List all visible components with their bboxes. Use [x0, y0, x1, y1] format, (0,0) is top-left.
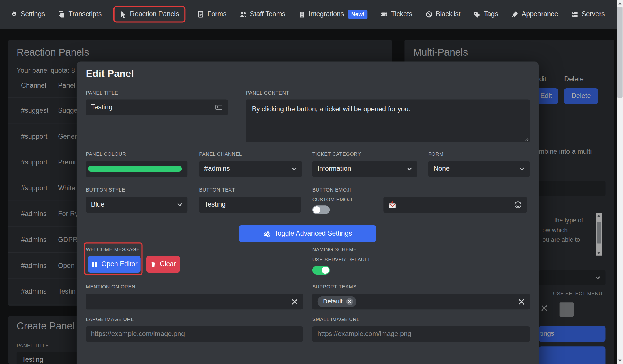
support-teams-label: SUPPORT TEAMS: [312, 284, 357, 290]
form-value: None: [434, 165, 450, 173]
nav-settings-label: Settings: [21, 10, 45, 18]
nav-integrations[interactable]: Integrations New!: [299, 10, 368, 19]
nav-reaction-panels-label: Reaction Panels: [130, 10, 179, 18]
panel-content-value: By clicking the button, a ticket will be…: [252, 105, 410, 113]
chevron-down-icon: [177, 203, 182, 206]
scroll-down-button[interactable]: [617, 358, 623, 364]
chevron-down-icon: [292, 167, 297, 170]
clear-welcome-button[interactable]: Clear: [146, 256, 180, 273]
nav-integrations-label: Integrations: [309, 10, 344, 18]
resize-handle[interactable]: [524, 137, 529, 142]
trash-icon: [150, 261, 156, 267]
use-server-default-toggle[interactable]: [312, 266, 330, 275]
panel-content-textarea[interactable]: By clicking the button, a ticket will be…: [246, 99, 530, 142]
mention-on-open-field[interactable]: [86, 294, 303, 309]
nav-blacklist-label: Blacklist: [436, 10, 461, 18]
panel-colour-field[interactable]: [86, 161, 188, 177]
modal-title: Edit Panel: [86, 68, 134, 80]
button-style-label: BUTTON STYLE: [86, 187, 125, 193]
transcripts-icon: [58, 11, 65, 18]
open-editor-button[interactable]: Open Editor: [88, 256, 140, 273]
ticket-category-select[interactable]: Information: [312, 161, 417, 177]
nav-tags[interactable]: Tags: [474, 10, 498, 18]
nav-forms-label: Forms: [207, 10, 226, 18]
form-select[interactable]: None: [428, 161, 530, 177]
form-label: FORM: [428, 151, 444, 157]
users-icon: [240, 11, 247, 18]
toggle-advanced-settings-label: Toggle Advanced Settings: [274, 230, 352, 238]
tag-icon: [474, 11, 481, 18]
panel-channel-select[interactable]: #admins: [199, 161, 302, 177]
cursor-icon: [120, 11, 127, 18]
chevron-down-icon: [407, 167, 412, 170]
paintbrush-icon: [511, 11, 519, 18]
panel-colour-swatch: [88, 166, 182, 172]
building-icon: [299, 11, 306, 18]
input-text-icon: [215, 104, 223, 111]
gear-icon: [10, 11, 18, 18]
panel-channel-value: #admins: [204, 165, 230, 173]
no-symbol-icon: [425, 11, 433, 18]
nav-staff-teams-label: Staff Teams: [250, 10, 285, 18]
welcome-message-label: WELCOME MESSAGE: [86, 247, 140, 252]
large-image-url-label: LARGE IMAGE URL: [86, 317, 134, 322]
nav-right-group: Servers Logout: [571, 10, 623, 18]
clear-welcome-label: Clear: [160, 260, 176, 268]
page-scrollbar[interactable]: [617, 0, 623, 364]
nav-transcripts-label: Transcripts: [69, 10, 102, 18]
screen: Settings Transcripts Reaction Panels For…: [0, 0, 623, 364]
nav-tags-label: Tags: [484, 10, 498, 18]
button-text-label: BUTTON TEXT: [199, 187, 235, 193]
use-server-default-label: USE SERVER DEFAULT: [312, 257, 371, 262]
top-navbar: Settings Transcripts Reaction Panels For…: [0, 0, 623, 29]
panel-title-field[interactable]: Testing: [86, 99, 228, 115]
nav-reaction-panels[interactable]: Reaction Panels: [113, 6, 185, 23]
open-editor-label: Open Editor: [101, 260, 137, 268]
nav-forms[interactable]: Forms: [197, 10, 226, 18]
chevron-down-icon: [519, 167, 525, 170]
ticket-icon: [381, 11, 388, 18]
nav-tickets[interactable]: Tickets: [381, 10, 412, 18]
form-icon: [197, 11, 204, 18]
custom-emoji-label: CUSTOM EMOJI: [312, 197, 352, 202]
nav-settings[interactable]: Settings: [10, 10, 45, 18]
clear-field-icon[interactable]: [292, 299, 298, 305]
sliders-icon: [263, 230, 271, 237]
toggle-knob: [322, 267, 329, 274]
new-badge: New!: [348, 10, 368, 19]
nav-servers-label: Servers: [581, 10, 605, 18]
nav-tickets-label: Tickets: [391, 10, 412, 18]
button-text-input[interactable]: [199, 197, 301, 213]
naming-scheme-label: NAMING SCHEME: [312, 247, 357, 252]
nav-appearance-label: Appearance: [522, 10, 558, 18]
large-image-url-input[interactable]: [86, 326, 303, 342]
nav-appearance[interactable]: Appearance: [511, 10, 558, 18]
button-emoji-field[interactable]: [383, 197, 527, 213]
panel-title-value: Testing: [91, 103, 112, 111]
scrollbar-thumb[interactable]: [617, 7, 622, 98]
remove-chip-icon[interactable]: [346, 298, 353, 305]
support-team-chip[interactable]: Default: [318, 296, 356, 307]
toggle-advanced-settings-button[interactable]: Toggle Advanced Settings: [239, 225, 376, 242]
support-teams-field[interactable]: Default: [312, 294, 530, 309]
nav-servers[interactable]: Servers: [571, 10, 605, 18]
panel-colour-label: PANEL COLOUR: [86, 151, 126, 157]
panel-title-label: PANEL TITLE: [86, 90, 118, 96]
nav-transcripts[interactable]: Transcripts: [58, 10, 102, 18]
edit-panel-modal: Edit Panel PANEL TITLE Testing PANEL CON…: [77, 62, 539, 364]
panel-channel-label: PANEL CHANNEL: [199, 151, 242, 157]
clear-field-icon[interactable]: [519, 299, 525, 305]
nav-staff-teams[interactable]: Staff Teams: [240, 10, 286, 18]
panel-content-label: PANEL CONTENT: [246, 90, 289, 96]
viewport: Settings Transcripts Reaction Panels For…: [0, 0, 623, 364]
support-team-chip-label: Default: [323, 298, 343, 305]
button-style-select[interactable]: Blue: [86, 197, 188, 213]
button-emoji-label: BUTTON EMOJI: [312, 187, 351, 193]
editor-book-icon: [91, 261, 98, 267]
scroll-up-button[interactable]: [617, 0, 623, 6]
small-image-url-input[interactable]: [312, 326, 530, 342]
emoji-picker-icon[interactable]: [514, 201, 522, 208]
mention-on-open-label: MENTION ON OPEN: [86, 284, 136, 290]
custom-emoji-toggle[interactable]: [312, 205, 330, 214]
nav-blacklist[interactable]: Blacklist: [425, 10, 461, 18]
